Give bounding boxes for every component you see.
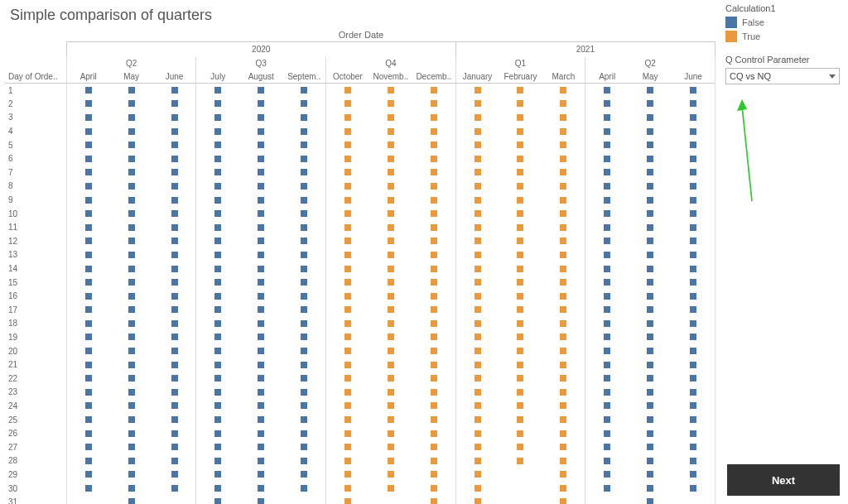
data-cell[interactable] <box>282 111 325 125</box>
data-cell[interactable] <box>66 386 109 400</box>
parameter-dropdown[interactable]: CQ vs NQ <box>725 68 840 84</box>
data-cell[interactable] <box>412 386 455 400</box>
data-cell[interactable] <box>369 180 412 194</box>
data-cell[interactable] <box>326 454 369 468</box>
data-cell[interactable] <box>672 440 715 454</box>
data-cell[interactable] <box>455 454 499 468</box>
data-cell[interactable] <box>672 97 715 111</box>
data-cell[interactable] <box>66 151 109 166</box>
data-cell[interactable] <box>585 138 629 152</box>
data-cell[interactable] <box>196 495 239 504</box>
data-cell[interactable] <box>629 482 672 496</box>
data-cell[interactable] <box>412 207 455 221</box>
data-cell[interactable] <box>153 207 196 221</box>
data-cell[interactable] <box>153 220 196 234</box>
data-cell[interactable] <box>326 124 369 138</box>
data-cell[interactable] <box>542 289 585 303</box>
data-cell[interactable] <box>326 372 369 386</box>
data-cell[interactable] <box>629 454 672 468</box>
data-cell[interactable] <box>110 386 153 400</box>
data-cell[interactable] <box>326 468 369 482</box>
data-cell[interactable] <box>455 207 499 221</box>
data-cell[interactable] <box>110 276 153 290</box>
data-cell[interactable] <box>326 220 369 234</box>
data-cell[interactable] <box>585 317 629 331</box>
data-cell[interactable] <box>110 426 153 440</box>
data-cell[interactable] <box>672 344 715 358</box>
data-cell[interactable] <box>585 207 629 221</box>
data-cell[interactable] <box>153 262 196 276</box>
data-cell[interactable] <box>196 220 239 234</box>
data-cell[interactable] <box>629 234 672 248</box>
data-cell[interactable] <box>499 180 542 194</box>
data-cell[interactable] <box>542 344 585 358</box>
data-cell[interactable] <box>369 248 412 262</box>
data-cell[interactable] <box>326 330 369 344</box>
data-cell[interactable] <box>412 166 455 180</box>
data-cell[interactable] <box>455 124 499 138</box>
data-cell[interactable] <box>326 138 369 152</box>
data-cell[interactable] <box>369 386 412 400</box>
data-cell[interactable] <box>66 454 109 468</box>
next-button[interactable]: Next <box>727 464 840 496</box>
data-cell[interactable] <box>455 111 499 125</box>
data-cell[interactable] <box>110 372 153 386</box>
data-cell[interactable] <box>239 289 282 303</box>
data-cell[interactable] <box>672 386 715 400</box>
data-cell[interactable] <box>629 495 672 504</box>
data-cell[interactable] <box>110 413 153 427</box>
data-cell[interactable] <box>326 151 369 166</box>
data-cell[interactable] <box>672 372 715 386</box>
data-cell[interactable] <box>542 386 585 400</box>
data-cell[interactable] <box>369 426 412 440</box>
data-cell[interactable] <box>196 97 239 111</box>
data-cell[interactable] <box>196 372 239 386</box>
data-cell[interactable] <box>110 234 153 248</box>
data-cell[interactable] <box>455 262 499 276</box>
data-cell[interactable] <box>455 413 499 427</box>
data-cell[interactable] <box>672 248 715 262</box>
data-cell[interactable] <box>196 454 239 468</box>
data-cell[interactable] <box>110 138 153 152</box>
data-cell[interactable] <box>542 468 585 482</box>
data-cell[interactable] <box>369 358 412 372</box>
data-cell[interactable] <box>499 276 542 290</box>
data-cell[interactable] <box>196 111 239 125</box>
data-cell[interactable] <box>326 358 369 372</box>
data-cell[interactable] <box>499 234 542 248</box>
data-cell[interactable] <box>455 468 499 482</box>
data-cell[interactable] <box>66 138 109 152</box>
data-cell[interactable] <box>110 399 153 413</box>
data-cell[interactable] <box>110 317 153 331</box>
data-cell[interactable] <box>153 317 196 331</box>
data-cell[interactable] <box>239 207 282 221</box>
data-cell[interactable] <box>455 426 499 440</box>
data-cell[interactable] <box>455 166 499 180</box>
data-cell[interactable] <box>672 111 715 125</box>
data-cell[interactable] <box>196 84 239 98</box>
data-cell[interactable] <box>326 193 369 207</box>
data-cell[interactable] <box>110 220 153 234</box>
data-cell[interactable] <box>369 468 412 482</box>
data-cell[interactable] <box>455 482 499 496</box>
data-cell[interactable] <box>196 193 239 207</box>
data-cell[interactable] <box>239 276 282 290</box>
data-cell[interactable] <box>153 495 196 504</box>
data-cell[interactable] <box>66 111 109 125</box>
data-cell[interactable] <box>66 220 109 234</box>
data-cell[interactable] <box>412 124 455 138</box>
data-cell[interactable] <box>110 151 153 166</box>
data-cell[interactable] <box>196 276 239 290</box>
data-cell[interactable] <box>369 482 412 496</box>
data-cell[interactable] <box>110 262 153 276</box>
data-cell[interactable] <box>239 138 282 152</box>
data-cell[interactable] <box>282 399 325 413</box>
data-cell[interactable] <box>499 166 542 180</box>
data-cell[interactable] <box>326 317 369 331</box>
data-cell[interactable] <box>542 84 585 98</box>
data-cell[interactable] <box>585 276 629 290</box>
data-cell[interactable] <box>542 97 585 111</box>
data-cell[interactable] <box>629 262 672 276</box>
data-cell[interactable] <box>196 440 239 454</box>
data-cell[interactable] <box>499 372 542 386</box>
